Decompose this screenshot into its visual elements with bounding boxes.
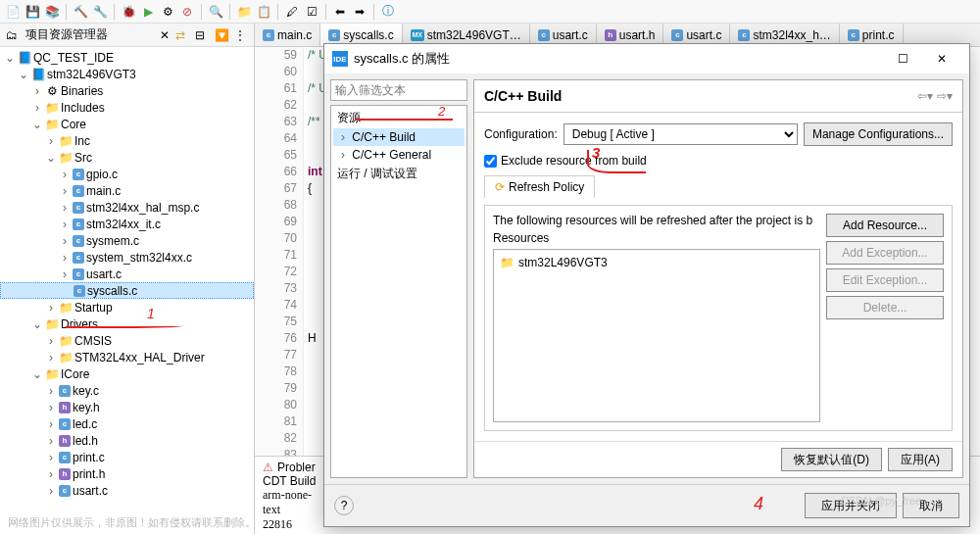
tree-item[interactable]: ›📁 Inc: [0, 132, 254, 149]
page-heading: C/C++ Build: [484, 88, 913, 104]
resource-item[interactable]: 📁stm32L496VGT3: [498, 254, 815, 271]
build-icon[interactable]: 🔨: [72, 3, 89, 21]
tree-item[interactable]: ›📁 STM32L4xx_HAL_Driver: [0, 349, 254, 365]
config-icon[interactable]: ⚙: [159, 3, 176, 21]
annotation-mark-2: 2: [438, 104, 445, 119]
add-exception-button: Add Exception...: [826, 241, 944, 265]
menu-icon[interactable]: ⋮: [234, 28, 248, 42]
project-explorer: 🗂 项目资源管理器 ✕ ⇄ ⊟ 🔽 ⋮ ⌄📘 QC_TEST_IDE⌄📘 stm…: [0, 24, 255, 534]
refresh-policy-tab[interactable]: ⟳ Refresh Policy: [484, 175, 595, 198]
search-icon[interactable]: 🔍: [207, 3, 224, 21]
fwd-icon[interactable]: ➡: [351, 3, 368, 21]
category-tree[interactable]: 资源› C/C++ Build› C/C++ General运行 / 调试设置: [330, 105, 467, 478]
properties-dialog: IDE syscalls.c 的属性 ☐ ✕ 资源› C/C++ Build› …: [323, 43, 970, 527]
category-item[interactable]: › C/C++ General: [333, 146, 465, 164]
info-icon[interactable]: ⓘ: [379, 3, 397, 21]
refresh-desc: The following resources will be refreshe…: [493, 214, 820, 227]
problems-tab-label: Probler: [277, 461, 316, 474]
tree-item[interactable]: ⌄📘 stm32L496VGT3: [0, 66, 254, 82]
dialog-title: syscalls.c 的属性: [354, 50, 883, 68]
refresh-icon: ⟳: [495, 180, 505, 194]
tree-item[interactable]: c syscalls.c: [0, 282, 254, 299]
save-icon[interactable]: 💾: [24, 3, 41, 21]
tree-item[interactable]: ›c led.c: [0, 415, 254, 432]
resource-list[interactable]: 📁stm32L496VGT3: [493, 249, 820, 422]
watermark-csdn: CSDN @py_free: [841, 495, 921, 507]
new-icon[interactable]: 📄: [4, 3, 22, 21]
tree-item[interactable]: ›c usart.c: [0, 266, 254, 282]
folder-icon: 📁: [500, 256, 514, 269]
fwd-nav-icon[interactable]: ⇨▾: [937, 89, 953, 103]
category-item[interactable]: › C/C++ Build: [333, 128, 465, 146]
saveall-icon[interactable]: 📚: [43, 3, 61, 21]
explorer-title: 项目资源管理器: [25, 26, 154, 43]
resources-label: Resources: [493, 231, 820, 245]
maximize-button[interactable]: ☐: [883, 45, 922, 73]
category-item[interactable]: 运行 / 调试设置: [333, 164, 465, 184]
tree-item[interactable]: ›c stm32l4xx_hal_msp.c: [0, 199, 254, 216]
watermark: 网络图片仅供展示，非原图！如有侵权请联系删除。: [8, 515, 256, 530]
icon2[interactable]: 📁: [235, 3, 253, 21]
close-button[interactable]: ✕: [922, 45, 961, 73]
add-resource-button[interactable]: Add Resource...: [826, 214, 944, 237]
icon5[interactable]: ☑: [303, 3, 320, 21]
editor-tab[interactable]: cmain.c: [255, 24, 320, 46]
tree-item[interactable]: ›c stm32l4xx_it.c: [0, 216, 254, 232]
close-icon[interactable]: ✕: [160, 28, 170, 42]
help-button[interactable]: ?: [334, 496, 354, 515]
icon3[interactable]: 📋: [255, 3, 272, 21]
config-select[interactable]: Debug [ Active ]: [564, 123, 798, 145]
icon4[interactable]: 🖊: [283, 3, 301, 21]
delete-button: Delete...: [826, 296, 944, 319]
tree-item[interactable]: ›📁 CMSIS: [0, 332, 254, 349]
explorer-tab[interactable]: 🗂 项目资源管理器 ✕ ⇄ ⊟ 🔽 ⋮: [0, 24, 254, 47]
link-icon[interactable]: ⇄: [175, 28, 189, 42]
tree-item[interactable]: ›c sysmem.c: [0, 232, 254, 249]
tree-item[interactable]: ›⚙ Binaries: [0, 82, 254, 99]
config-label: Configuration:: [484, 127, 558, 141]
annotation-underline-2: [355, 119, 453, 121]
problems-icon: ⚠: [263, 461, 273, 474]
debug-icon[interactable]: 🐞: [120, 3, 137, 21]
apply-button[interactable]: 应用(A): [888, 448, 953, 471]
tree-item[interactable]: ›c print.c: [0, 449, 254, 465]
tree-item[interactable]: ›📁 Startup: [0, 299, 254, 316]
tree-item[interactable]: ⌄📁 Core: [0, 116, 254, 132]
annotation-underline-1: [66, 323, 183, 328]
main-toolbar: 📄 💾 📚 🔨 🔧 🐞 ▶ ⚙ ⊘ 🔍 📁 📋 🖊 ☑ ⬅ ➡ ⓘ: [0, 0, 980, 24]
dialog-content: C/C++ Build ⇦▾ ⇨▾ Configuration: Debug […: [473, 79, 963, 478]
tree-item[interactable]: ›c system_stm32l4xx.c: [0, 249, 254, 266]
project-tree[interactable]: ⌄📘 QC_TEST_IDE⌄📘 stm32L496VGT3›⚙ Binarie…: [0, 47, 254, 534]
tree-item[interactable]: ⌄📁 Src: [0, 149, 254, 166]
tree-item[interactable]: ›c main.c: [0, 182, 254, 199]
dialog-titlebar[interactable]: IDE syscalls.c 的属性 ☐ ✕: [324, 44, 969, 73]
tree-item[interactable]: ⌄📁 ICore: [0, 365, 254, 382]
stop-icon[interactable]: ⊘: [178, 3, 196, 21]
explorer-icon: 🗂: [6, 28, 20, 42]
back-nav-icon[interactable]: ⇦▾: [917, 89, 933, 103]
dialog-sidebar: 资源› C/C++ Build› C/C++ General运行 / 调试设置 …: [330, 79, 467, 478]
annotation-mark-4: 4: [754, 494, 763, 514]
tree-item[interactable]: ›h led.h: [0, 432, 254, 449]
tree-item[interactable]: ›h print.h: [0, 465, 254, 482]
filter-input[interactable]: [330, 79, 467, 101]
tree-item[interactable]: ›c key.c: [0, 382, 254, 399]
refresh-tab-label: Refresh Policy: [509, 180, 584, 194]
annotation-mark-1: 1: [147, 306, 155, 321]
tree-item[interactable]: ›c gpio.c: [0, 166, 254, 182]
line-gutter: 5960616263646566676869707172737475767778…: [255, 47, 304, 456]
restore-defaults-button[interactable]: 恢复默认值(D): [781, 448, 882, 471]
tool-icon[interactable]: 🔧: [91, 3, 109, 21]
annotation-curve-3: [587, 150, 646, 173]
run-icon[interactable]: ▶: [139, 3, 157, 21]
tree-item[interactable]: ⌄📘 QC_TEST_IDE: [0, 49, 254, 66]
manage-config-button[interactable]: Manage Configurations...: [804, 122, 953, 146]
ide-icon: IDE: [332, 51, 348, 67]
exclude-checkbox[interactable]: [484, 155, 497, 168]
collapse-icon[interactable]: ⊟: [195, 28, 209, 42]
filter-icon[interactable]: 🔽: [215, 28, 228, 42]
tree-item[interactable]: ›c usart.c: [0, 482, 254, 499]
back-icon[interactable]: ⬅: [331, 3, 349, 21]
tree-item[interactable]: ›h key.h: [0, 399, 254, 415]
tree-item[interactable]: ›📁 Includes: [0, 99, 254, 116]
